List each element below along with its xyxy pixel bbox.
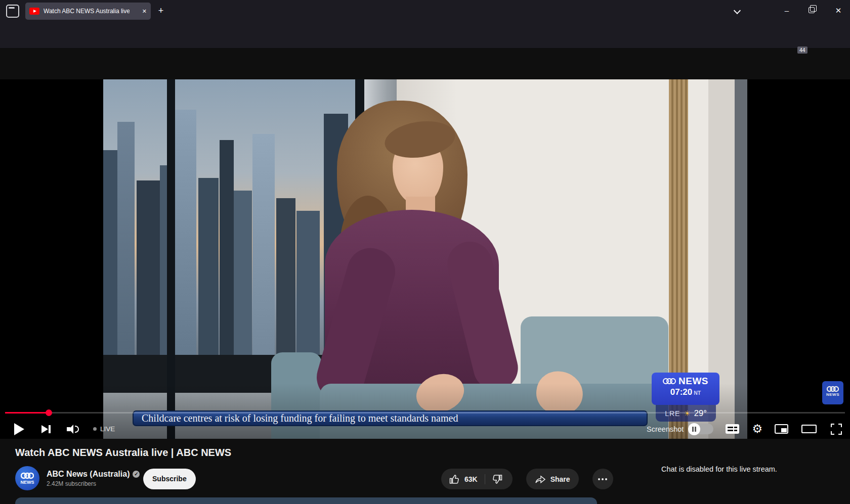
live-indicator[interactable]: LIVE <box>93 425 115 433</box>
abc-news-bug: NEWS 07:20NT <box>652 373 719 405</box>
live-dot-icon <box>93 427 97 431</box>
channel-meta: ABC News (Australia) ✓ 2.42M subscribers <box>47 470 140 487</box>
channel-avatar-word: NEWS <box>15 480 39 485</box>
close-window-button[interactable]: ✕ <box>831 6 846 15</box>
thumbs-down-icon <box>492 474 502 484</box>
more-actions-button[interactable] <box>592 469 613 489</box>
player-controls-right: Screenshot ⚙ <box>647 419 842 439</box>
miniplayer-icon[interactable] <box>775 424 788 434</box>
progress-fill <box>5 412 49 414</box>
like-dislike-pill: 63K <box>441 469 513 489</box>
next-button[interactable] <box>41 424 52 434</box>
youtube-favicon-icon <box>29 8 39 15</box>
screenshot-label: Screenshot <box>647 425 684 433</box>
video-player[interactable]: Childcare centres at risk of losing fund… <box>0 79 850 439</box>
tab-bar: Watch ABC NEWS Australia live | ✕ + – ✕ <box>0 0 850 22</box>
fullscreen-icon[interactable] <box>831 424 842 435</box>
building <box>117 122 135 355</box>
youtube-header: YouTube AU + Create D <box>0 49 850 79</box>
share-arrow-icon <box>535 474 546 484</box>
new-tab-button[interactable]: + <box>154 4 168 18</box>
channel-avatar[interactable]: NEWS <box>15 466 39 490</box>
channel-name[interactable]: ABC News (Australia) <box>47 470 130 479</box>
browser-toolbar: ← → www.youtube.com/watch?v=vOTiJkg1voo <box>0 22 850 49</box>
thumbs-up-icon <box>449 474 459 484</box>
building <box>276 198 295 355</box>
building <box>175 110 196 355</box>
tab-title: Watch ABC NEWS Australia live | <box>44 8 130 15</box>
building <box>252 134 275 355</box>
share-button[interactable]: Share <box>526 469 579 489</box>
building <box>198 178 219 355</box>
share-label: Share <box>550 475 570 483</box>
abc-logo <box>21 472 34 480</box>
subtitles-icon[interactable] <box>726 424 739 434</box>
watermark-word: NEWS <box>822 392 843 397</box>
tab-youtube[interactable]: Watch ABC NEWS Australia live | ✕ <box>25 3 151 20</box>
dislike-button[interactable] <box>485 474 511 484</box>
firefox-view-icon[interactable] <box>6 5 19 18</box>
progress-bar[interactable] <box>5 412 845 414</box>
progress-scrubber[interactable] <box>46 409 52 416</box>
description-box[interactable] <box>15 497 597 504</box>
settings-gear-icon[interactable]: ⚙ <box>752 423 762 435</box>
abc-logo <box>663 377 676 385</box>
tab-close-icon[interactable]: ✕ <box>142 8 147 15</box>
toggle-knob <box>688 423 700 435</box>
verified-badge-icon: ✓ <box>133 471 140 478</box>
volume-icon[interactable] <box>67 424 80 434</box>
channel-row: NEWS ABC News (Australia) ✓ 2.42M subscr… <box>15 466 140 490</box>
subscribe-button[interactable]: Subscribe <box>143 469 196 489</box>
volume-wave <box>75 426 79 433</box>
building <box>234 191 252 355</box>
chat-disabled-notice: Chat is disabled for this live stream. <box>661 465 777 473</box>
minimize-button[interactable]: – <box>779 6 794 15</box>
channel-watermark[interactable]: NEWS <box>822 381 843 404</box>
theater-mode-icon[interactable] <box>801 425 817 433</box>
screenshot-toggle[interactable] <box>688 424 713 434</box>
like-button[interactable]: 63K <box>449 474 485 484</box>
player-controls: LIVE Screenshot ⚙ <box>0 419 850 439</box>
browser-window: Watch ABC NEWS Australia live | ✕ + – ✕ … <box>0 0 850 504</box>
play-button[interactable] <box>14 423 24 435</box>
list-tabs-chevron-icon[interactable] <box>735 8 740 13</box>
video-frame <box>103 79 747 439</box>
restore-window-button[interactable] <box>809 7 815 13</box>
building <box>137 180 161 355</box>
abc-news-word: NEWS <box>678 376 708 387</box>
video-title: Watch ABC NEWS Australia live | ABC NEWS <box>15 447 231 459</box>
bug-timezone: NT <box>694 390 701 396</box>
bug-time: 07:20 <box>670 387 692 397</box>
video-actions: 63K Share <box>441 469 613 489</box>
building <box>296 211 320 355</box>
like-count: 63K <box>464 475 478 483</box>
subscriber-count: 2.42M subscribers <box>47 480 140 487</box>
abc-logo <box>827 385 839 393</box>
ublock-badge: 44 <box>797 47 808 54</box>
live-label: LIVE <box>100 425 115 433</box>
building <box>220 140 234 355</box>
